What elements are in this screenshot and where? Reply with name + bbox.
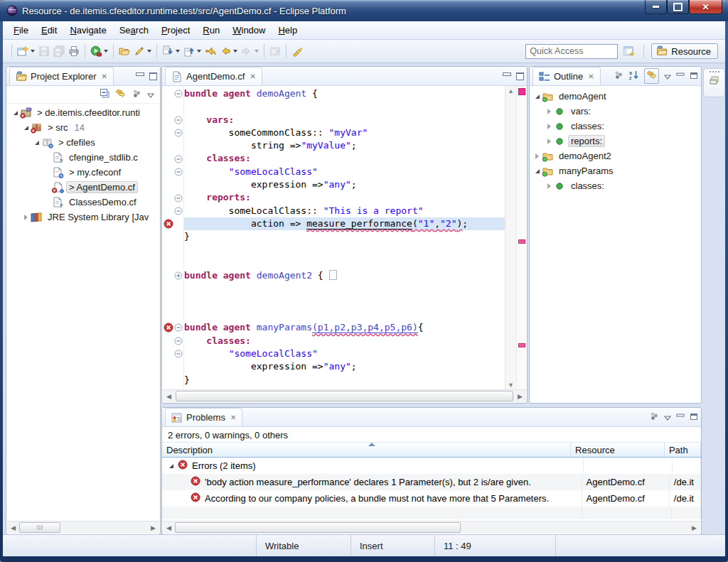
code-line-17[interactable] xyxy=(184,296,505,308)
back-button[interactable] xyxy=(218,43,239,59)
code-line-15[interactable]: bundle agent demoAgent2 { xyxy=(184,269,505,282)
menu-help[interactable]: Help xyxy=(272,23,304,38)
code-line-2[interactable] xyxy=(184,100,505,113)
error-marker-icon[interactable] xyxy=(164,323,173,333)
scroll-up-icon[interactable]: ▲ xyxy=(505,87,516,94)
print-button[interactable] xyxy=(67,43,81,59)
code-line-11[interactable]: action => measure_performance("1","2"); xyxy=(184,217,505,230)
expand-arrow-icon[interactable] xyxy=(545,124,554,129)
tree-item-classes[interactable]: classes: xyxy=(530,178,701,193)
code-line-6[interactable]: classes: xyxy=(184,152,505,165)
menu-file[interactable]: File xyxy=(7,23,35,38)
scroll-left-icon[interactable]: ◀ xyxy=(163,522,175,533)
folding-ruler[interactable] xyxy=(173,86,184,390)
pencil-button[interactable] xyxy=(132,43,153,59)
chevron-down-icon[interactable] xyxy=(255,50,259,53)
scrollbar-thumb[interactable] xyxy=(175,522,461,533)
code-line-1[interactable]: bundle agent demoAgent { xyxy=(184,87,505,100)
error-overview-icon[interactable] xyxy=(518,88,525,95)
collapse-arrow-icon[interactable] xyxy=(11,111,20,115)
code-line-21[interactable]: "someLocalClass" xyxy=(184,347,505,360)
code-line-3[interactable]: vars: xyxy=(184,114,505,126)
scrollbar-thumb[interactable] xyxy=(176,391,513,401)
collapse-arrow-icon[interactable] xyxy=(32,141,41,145)
tree-item-cfengine-stdlib-c[interactable]: ?cfengine_stdlib.c xyxy=(6,150,160,165)
link-with-editor-button[interactable] xyxy=(644,68,659,84)
chevron-down-icon[interactable] xyxy=(104,50,108,53)
scroll-down-icon[interactable]: ▼ xyxy=(505,382,516,389)
expand-arrow-icon[interactable] xyxy=(545,109,554,114)
column-header-resource[interactable]: Resource xyxy=(571,443,665,457)
chevron-down-icon[interactable] xyxy=(147,50,151,53)
minimized-view-bar[interactable] xyxy=(703,68,725,97)
tree-item-src[interactable]: > src14 xyxy=(6,120,160,135)
fold-collapse-icon[interactable] xyxy=(173,335,183,347)
focus-button[interactable] xyxy=(614,70,623,82)
fold-collapse-icon[interactable] xyxy=(173,114,183,126)
maximize-view-icon[interactable] xyxy=(516,72,524,80)
tab-problems[interactable]: Problems ✕ xyxy=(165,408,242,426)
minimize-view-icon[interactable] xyxy=(136,72,144,76)
chevron-down-icon[interactable] xyxy=(31,50,35,53)
tree-item-vars[interactable]: vars: xyxy=(530,104,701,119)
view-menu-button[interactable] xyxy=(664,70,671,82)
fold-collapse-icon[interactable] xyxy=(173,191,183,204)
next-annotation-button[interactable] xyxy=(161,43,181,59)
scroll-right-icon[interactable]: ▶ xyxy=(514,391,526,401)
forward-button[interactable] xyxy=(240,43,260,59)
error-marker-icon[interactable] xyxy=(164,219,173,229)
sort-button[interactable]: az xyxy=(628,70,639,83)
previous-annotation-button[interactable] xyxy=(182,43,203,59)
problem-row[interactable]: 'body action measure_performance' declar… xyxy=(162,474,701,490)
save-all-button[interactable] xyxy=(52,43,66,59)
code-editor[interactable]: bundle agent demoAgent { vars: someCommo… xyxy=(163,86,526,390)
open-folder-button[interactable] xyxy=(117,43,132,59)
fold-collapse-icon[interactable] xyxy=(173,126,183,139)
maximize-button[interactable] xyxy=(690,70,698,82)
code-line-19[interactable]: bundle agent manyParams(p1,p2,p3,p4,p5,p… xyxy=(184,321,505,334)
resource-perspective-button[interactable]: Resource xyxy=(651,43,718,59)
link-with-editor-button[interactable] xyxy=(115,88,126,101)
drag-handle-icon[interactable] xyxy=(704,71,724,72)
error-overview-mark[interactable] xyxy=(518,239,525,244)
menu-search[interactable]: Search xyxy=(113,23,155,38)
overview-ruler[interactable] xyxy=(516,86,526,390)
menu-project[interactable]: Project xyxy=(155,23,196,38)
tree-item-my-cfeconf[interactable]: > my.cfeconf xyxy=(6,165,160,180)
code-line-14[interactable] xyxy=(184,256,505,269)
code-line-9[interactable]: reports: xyxy=(184,191,505,204)
fold-collapse-icon[interactable] xyxy=(173,205,183,217)
maximize-button[interactable] xyxy=(667,0,689,14)
problem-row[interactable]: According to our company policies, a bun… xyxy=(162,490,701,507)
fold-collapse-icon[interactable] xyxy=(173,166,183,178)
collapse-all-button[interactable] xyxy=(100,88,109,101)
annotation-ruler[interactable] xyxy=(163,86,173,390)
expand-arrow-icon[interactable] xyxy=(545,139,554,144)
error-overview-mark[interactable] xyxy=(518,343,525,347)
problems-group-errors[interactable]: Errors (2 items) xyxy=(162,458,701,474)
collapse-arrow-icon[interactable] xyxy=(21,126,31,130)
run-button[interactable] xyxy=(89,43,109,59)
last-edit-location-button[interactable] xyxy=(203,43,218,59)
maximize-button[interactable] xyxy=(690,411,698,423)
code-area[interactable]: bundle agent demoAgent { vars: someCommo… xyxy=(184,86,505,390)
scroll-right-icon[interactable]: ▶ xyxy=(688,522,700,533)
new-wizard-button[interactable] xyxy=(16,43,36,59)
minimize-button[interactable] xyxy=(676,411,685,423)
column-header-description[interactable]: Description xyxy=(162,443,571,457)
code-line-7[interactable]: "someLocalClass" xyxy=(184,166,505,178)
code-line-22[interactable]: expression =>"any"; xyxy=(184,360,505,373)
chevron-down-icon[interactable] xyxy=(176,50,180,53)
scroll-left-icon[interactable]: ◀ xyxy=(163,391,175,401)
view-menu-button[interactable] xyxy=(664,411,671,423)
horizontal-scrollbar[interactable]: ◀ ▶ xyxy=(7,521,159,534)
focus-button[interactable] xyxy=(649,411,659,423)
fold-collapse-icon[interactable] xyxy=(173,152,183,165)
code-line-4[interactable]: someCommonClass:: "myVar" xyxy=(184,126,505,139)
tree-item-demoagent2[interactable]: demoAgent2 xyxy=(530,148,701,163)
column-header-path[interactable]: Path xyxy=(665,443,701,457)
pin-editor-button[interactable] xyxy=(268,43,282,59)
tree-item-classesdemo-cf[interactable]: ?ClassesDemo.cf xyxy=(6,195,160,210)
tab-outline[interactable]: Outline ✕ xyxy=(532,67,601,85)
horizontal-scrollbar[interactable]: ◀ ▶ xyxy=(163,389,526,402)
